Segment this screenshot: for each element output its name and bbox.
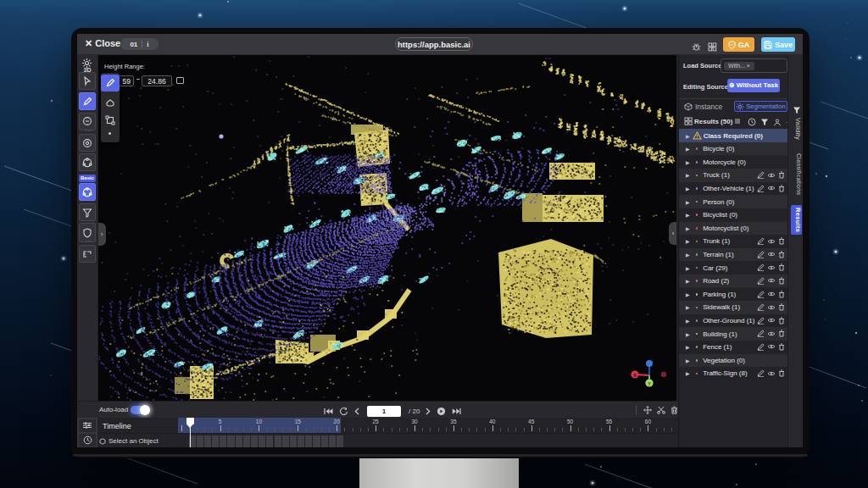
svg-text:X: X bbox=[633, 373, 637, 378]
svg-text:Y: Y bbox=[648, 381, 651, 386]
